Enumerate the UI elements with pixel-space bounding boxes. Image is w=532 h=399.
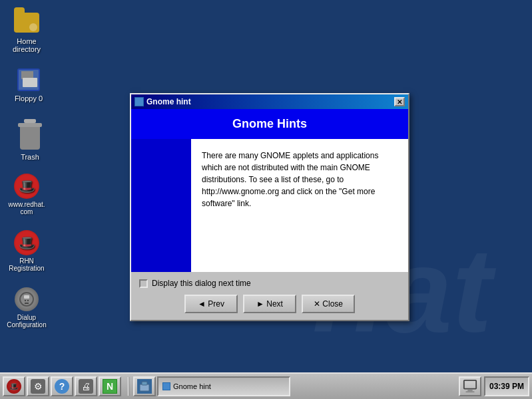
rhn-icon: 🎩 — [13, 229, 40, 256]
taskbar-tray: 03:39 PM — [459, 376, 529, 396]
dialog-footer: Display this dialog next time ◄ Prev ► N… — [131, 272, 408, 320]
taskbar-window-title: Gnome hint — [173, 382, 211, 390]
checkbox-row: Display this dialog next time — [139, 279, 400, 288]
next-button[interactable]: ► Next — [243, 295, 296, 313]
display-icon — [463, 379, 477, 394]
svg-rect-4 — [25, 303, 26, 304]
dialog-content-text: There are many GNOME applets and applica… — [191, 139, 408, 272]
dialup-icon — [13, 286, 40, 313]
dialog-body: There are many GNOME applets and applica… — [131, 139, 408, 272]
titlebar-left: Gnome hint — [134, 97, 191, 106]
redhat-icon: 🎩 — [13, 173, 40, 200]
gnome-hint-dialog: Gnome hint ✕ Gnome Hints There are many … — [130, 93, 409, 321]
rhn-label: RHNRegistration — [9, 257, 44, 272]
home-directory-icon — [13, 9, 40, 36]
trash-label: Trash — [21, 153, 39, 161]
floppy-icon — [15, 66, 42, 93]
taskbar-gear-icon: ⚙ — [31, 379, 45, 394]
taskbar-help-icon: ? — [55, 379, 69, 394]
taskbar-help-btn[interactable]: ? — [51, 376, 73, 396]
trash-icon — [17, 125, 43, 152]
redhat-label: www.redhat.com — [8, 201, 45, 215]
svg-rect-11 — [466, 391, 475, 392]
dialup-label: DialupConfiguration — [7, 314, 46, 329]
taskbar-clock: 03:39 PM — [484, 376, 529, 396]
taskbar-network-btn[interactable] — [133, 376, 156, 396]
taskbar: 🎩 ⚙ ? 🖨 N Gnome hint — [0, 372, 532, 399]
dialog-buttons: ◄ Prev ► Next ✕ Close — [139, 295, 400, 313]
desktop-icon-trash[interactable]: Trash — [7, 125, 53, 161]
dialog-close-icon[interactable]: ✕ — [394, 97, 405, 106]
floppy-label: Floppy 0 — [15, 94, 43, 102]
display-next-time-checkbox[interactable] — [139, 279, 148, 288]
dialog-titlebar: Gnome hint ✕ — [131, 94, 408, 109]
svg-rect-2 — [25, 300, 26, 301]
svg-rect-9 — [464, 380, 476, 389]
taskbar-redhat-icon: 🎩 — [7, 379, 21, 394]
desktop-icon-redhat[interactable]: 🎩 www.redhat.com — [3, 173, 50, 215]
taskbar-n-icon: N — [103, 379, 117, 394]
checkbox-label: Display this dialog next time — [152, 279, 251, 288]
taskbar-system-buttons: 🎩 ⚙ ? 🖨 N — [3, 376, 121, 396]
taskbar-network-icon — [137, 379, 152, 394]
desktop-icon-dialup[interactable]: DialupConfiguration — [3, 286, 50, 329]
desktop-icon-home[interactable]: Home directory — [3, 9, 50, 53]
taskbar-printer-btn[interactable]: 🖨 — [75, 376, 97, 396]
dialog-heading-text: Gnome Hints — [232, 117, 307, 130]
dialog-title: Gnome hint — [146, 97, 191, 106]
svg-rect-8 — [142, 382, 147, 385]
title-icon — [134, 97, 144, 106]
svg-rect-10 — [467, 390, 472, 392]
taskbar-window-icon — [162, 382, 170, 390]
taskbar-n-btn[interactable]: N — [99, 376, 121, 396]
taskbar-printer-icon: 🖨 — [79, 379, 93, 394]
taskbar-window-gnome-hint[interactable]: Gnome hint — [157, 376, 290, 396]
taskbar-divider-1 — [128, 377, 129, 396]
taskbar-tray-display[interactable] — [459, 376, 481, 396]
dialog-heading: Gnome Hints — [131, 109, 408, 139]
taskbar-gear-btn[interactable]: ⚙ — [27, 376, 49, 396]
home-directory-label: Home directory — [3, 37, 50, 53]
prev-button[interactable]: ◄ Prev — [184, 295, 238, 313]
dialog-sidebar — [131, 139, 191, 272]
dialog-body-text: There are many GNOME applets and applica… — [202, 151, 378, 208]
svg-rect-5 — [27, 303, 29, 304]
svg-rect-6 — [26, 303, 27, 304]
desktop-icon-rhn[interactable]: 🎩 RHNRegistration — [3, 229, 50, 272]
close-button[interactable]: ✕ Close — [302, 295, 355, 313]
desktop-icon-floppy[interactable]: Floppy 0 — [5, 66, 52, 102]
svg-rect-1 — [24, 295, 29, 299]
taskbar-apps-btn[interactable]: 🎩 — [3, 376, 25, 396]
svg-rect-3 — [27, 300, 29, 301]
